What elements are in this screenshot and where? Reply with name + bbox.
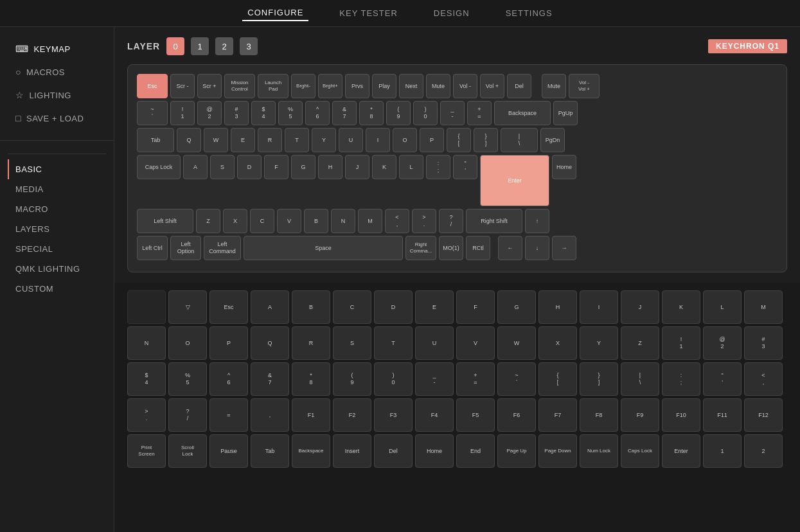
- sidebar-item-macros[interactable]: ○ MACROS: [8, 60, 106, 84]
- panel-key-dquote-squote[interactable]: "': [703, 362, 742, 396]
- key-mission[interactable]: MissionControl: [224, 74, 255, 98]
- key-tab[interactable]: Tab: [137, 128, 174, 152]
- panel-key-print-screen[interactable]: PrintScreen: [127, 434, 166, 468]
- key-launch[interactable]: LaunchPad: [258, 74, 289, 98]
- key-vol-minus[interactable]: Vol -: [453, 74, 477, 98]
- key-8[interactable]: *8: [359, 101, 384, 125]
- panel-key-amp-7[interactable]: &7: [251, 362, 289, 396]
- panel-key-comma[interactable]: ,: [251, 398, 289, 432]
- key-right-shift[interactable]: Right Shift: [466, 209, 522, 233]
- key-l[interactable]: L: [399, 155, 423, 179]
- key-semicolon[interactable]: :;: [426, 155, 450, 179]
- panel-key-w[interactable]: W: [497, 326, 536, 360]
- key-2[interactable]: @2: [197, 101, 222, 125]
- sidebar-category-layers[interactable]: LAYERS: [8, 219, 106, 239]
- nav-design[interactable]: DESIGN: [429, 6, 475, 21]
- key-caps[interactable]: Caps Lock: [137, 155, 181, 179]
- panel-key-pipe-backslash[interactable]: |\: [621, 362, 659, 396]
- nav-configure[interactable]: CONFIGURE: [242, 5, 308, 21]
- panel-key-v[interactable]: V: [456, 326, 495, 360]
- key-next[interactable]: Next: [399, 74, 423, 98]
- key-left-command[interactable]: LeftCommand: [204, 236, 241, 260]
- key-h[interactable]: H: [318, 155, 342, 179]
- key-quote[interactable]: "': [453, 155, 477, 179]
- key-left-shift[interactable]: Left Shift: [137, 209, 193, 233]
- sidebar-category-special[interactable]: SPECIAL: [8, 239, 106, 259]
- panel-key-lt-comma[interactable]: <,: [744, 362, 783, 396]
- key-left[interactable]: ←: [498, 236, 522, 260]
- key-mute[interactable]: Mute: [426, 74, 450, 98]
- key-pgdn[interactable]: PgDn: [540, 128, 565, 152]
- panel-key-f2[interactable]: F2: [333, 398, 371, 432]
- key-esc[interactable]: Esc: [137, 74, 168, 98]
- key-3[interactable]: #3: [224, 101, 249, 125]
- panel-key-insert[interactable]: Insert: [333, 434, 371, 468]
- key-tilde[interactable]: ~`: [137, 101, 168, 125]
- panel-key-gt-period[interactable]: >.: [127, 398, 166, 432]
- panel-key-rparen-0[interactable]: )0: [374, 362, 413, 396]
- panel-key-pct-5[interactable]: %5: [168, 362, 207, 396]
- key-t[interactable]: T: [285, 128, 309, 152]
- panel-key-f[interactable]: F: [456, 290, 495, 324]
- key-e[interactable]: E: [231, 128, 255, 152]
- key-s[interactable]: S: [210, 155, 235, 179]
- key-v[interactable]: V: [277, 209, 301, 233]
- panel-key-lparen-9[interactable]: (9: [333, 362, 371, 396]
- key-play[interactable]: Play: [372, 74, 396, 98]
- panel-key-colon-semi[interactable]: :;: [662, 362, 700, 396]
- key-vol-combo[interactable]: Vol -Vol +: [569, 74, 600, 98]
- key-up[interactable]: ↑: [525, 209, 549, 233]
- panel-key-h[interactable]: H: [538, 290, 577, 324]
- panel-key-lcurl-lbracket[interactable]: {[: [538, 362, 577, 396]
- panel-key-num-lock[interactable]: Num Lock: [580, 434, 618, 468]
- key-prvs[interactable]: Prvs: [345, 74, 369, 98]
- panel-key-num-1[interactable]: 1: [703, 434, 742, 468]
- panel-key-f9[interactable]: F9: [621, 398, 659, 432]
- key-m[interactable]: M: [358, 209, 382, 233]
- panel-key-r[interactable]: R: [292, 326, 330, 360]
- key-home[interactable]: Home: [552, 155, 576, 179]
- key-d[interactable]: D: [237, 155, 262, 179]
- key-w[interactable]: W: [204, 128, 228, 152]
- key-lbracket[interactable]: {[: [447, 128, 471, 152]
- panel-key-f1[interactable]: F1: [292, 398, 330, 432]
- key-9[interactable]: (9: [386, 101, 411, 125]
- key-right-command[interactable]: RightComma...: [405, 236, 436, 260]
- key-5[interactable]: %5: [278, 101, 303, 125]
- panel-key-transparent[interactable]: ▽: [168, 290, 207, 324]
- panel-key-a[interactable]: A: [251, 290, 289, 324]
- panel-key-k[interactable]: K: [662, 290, 700, 324]
- key-left-option[interactable]: LeftOption: [170, 236, 201, 260]
- key-down[interactable]: ↓: [525, 236, 549, 260]
- panel-key-excl-1[interactable]: !1: [662, 326, 700, 360]
- key-6[interactable]: ^6: [305, 101, 330, 125]
- key-scr-plus[interactable]: Scr +: [197, 74, 222, 98]
- key-c[interactable]: C: [250, 209, 274, 233]
- nav-settings[interactable]: SETTINGS: [501, 6, 558, 21]
- panel-key-pause[interactable]: Pause: [209, 434, 248, 468]
- key-rctl[interactable]: RCtl: [466, 236, 490, 260]
- panel-key-under-minus[interactable]: _-: [415, 362, 454, 396]
- panel-key-l[interactable]: L: [703, 290, 742, 324]
- key-enter[interactable]: Enter: [480, 155, 549, 206]
- key-brght-plus[interactable]: Brght+: [318, 74, 342, 98]
- panel-key-z[interactable]: Z: [621, 326, 659, 360]
- panel-key-f11[interactable]: F11: [703, 398, 742, 432]
- sidebar-category-qmk-lighting[interactable]: QMK LIGHTING: [8, 259, 106, 279]
- key-7[interactable]: &7: [332, 101, 357, 125]
- key-r[interactable]: R: [258, 128, 282, 152]
- key-space[interactable]: Space: [244, 236, 403, 260]
- sidebar-item-save-load[interactable]: □ SAVE + LOAD: [8, 107, 106, 130]
- key-equals[interactable]: +=: [467, 101, 492, 125]
- key-del[interactable]: Del: [507, 74, 531, 98]
- panel-key-caret-6[interactable]: ^6: [209, 362, 248, 396]
- panel-key-e[interactable]: E: [415, 290, 454, 324]
- panel-key-f6[interactable]: F6: [497, 398, 536, 432]
- layer-btn-0[interactable]: 0: [166, 37, 184, 55]
- layer-btn-3[interactable]: 3: [240, 37, 258, 55]
- key-x[interactable]: X: [223, 209, 247, 233]
- panel-key-rcurl-rbracket[interactable]: }]: [580, 362, 618, 396]
- layer-btn-1[interactable]: 1: [191, 37, 209, 55]
- key-b[interactable]: B: [304, 209, 328, 233]
- panel-key-num-2[interactable]: 2: [744, 434, 783, 468]
